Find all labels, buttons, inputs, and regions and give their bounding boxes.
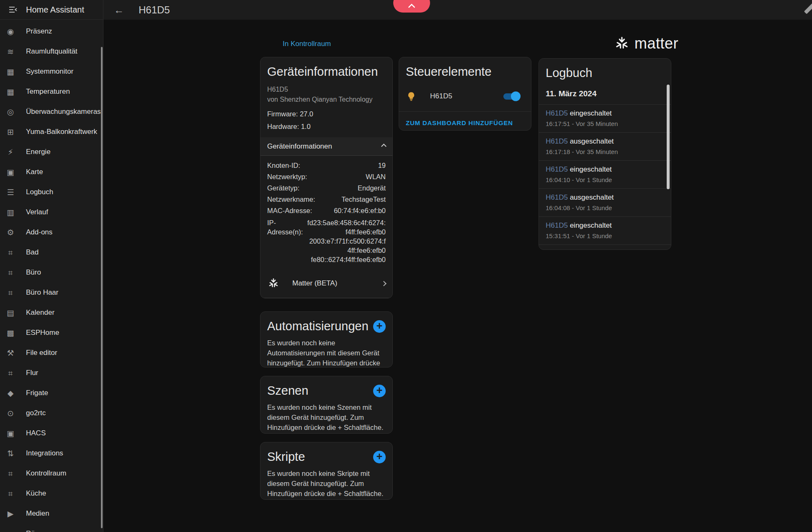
floor-plan-icon: ⌗ [5,368,15,378]
sidebar-item-label: Add-ons [26,228,52,236]
menu-open-icon[interactable] [3,0,23,19]
controls-card-title: Steuerelemente [406,65,524,79]
sidebar-item-label: Logbuch [26,188,53,196]
sidebar-item-label: Kontrollraum [26,469,66,478]
sidebar-item[interactable]: ▤ Kalender [0,303,103,323]
sidebar-item-label: Yuma-Balkonkraftwerk [26,128,97,136]
sidebar-item-label: Verlauf [26,208,48,216]
sidebar-item-label: Überwachungskameras [26,108,101,116]
sidebar-item[interactable]: ⊞ Yuma-Balkonkraftwerk [0,122,103,142]
sidebar-item-label: Büro [26,268,41,277]
add-script-button[interactable]: + [373,451,386,463]
sidebar-item[interactable]: ☰ Logbuch [0,182,103,202]
sidebar-item[interactable]: ◎ Überwachungskameras [0,102,103,122]
device-card-actions: GERÄT TEILEN ⋮ [260,298,392,298]
floor-plan-icon: ⌗ [5,529,15,532]
device-detail-row: MAC-Adresse: 60:74:f4:e6:ef:b0 [267,205,386,216]
sidebar-item[interactable]: ⚒ File editor [0,343,103,363]
sidebar-item-label: Flur [26,369,38,377]
account-group-icon: ◉ [5,27,15,36]
sidebar-item[interactable]: ▦ Temperaturen [0,82,103,102]
sidebar-item-label: Integrations [26,449,63,457]
sidebar-item[interactable]: ⌗ Bad [0,242,103,262]
logbook-entry[interactable]: H61D5 eingeschaltet 16:17:51 - Vor 35 Mi… [539,105,671,132]
tune-icon: ⇅ [5,449,15,458]
format-list-icon: ☰ [5,188,15,197]
logbook-entry[interactable]: H61D5 ausgeschaltet 16:04:08 - Vor 1 Stu… [539,189,671,216]
detail-label: MAC-Adresse: [267,205,312,216]
logbook-scrollbar[interactable] [667,85,670,189]
control-entity-name[interactable]: H61D5 [430,92,503,100]
device-details-panel: Geräteinformationen Knoten-ID: 19 Netzwe… [267,137,386,264]
logbook-action: ausgeschaltet [570,249,614,250]
matter-brand-text: matter [634,35,678,52]
matter-icon [267,277,280,290]
sidebar-item[interactable]: ⇅ Integrations [0,443,103,463]
automations-empty-text: Es wurden noch keine Automatisierungen m… [267,338,386,368]
device-name: H61D5 [267,85,386,95]
sidebar-scrollbar[interactable] [101,47,103,528]
sidebar-item[interactable]: ◉ Präsenz [0,21,103,41]
sidebar-item[interactable]: ⌗ Räume [0,524,103,532]
expander-title: Geräteinformationen [267,142,332,151]
sidebar-item[interactable]: ⌗ Büro [0,262,103,283]
content: In Kontrollraum matter Geräteinformation… [103,20,812,532]
logbook-entry[interactable]: H61D5 ausgeschaltet 16:17:18 - Vor 35 Mi… [539,133,671,160]
cctv-icon: ◆ [5,388,15,398]
page-title: H61D5 [139,4,170,16]
red-pill-badge[interactable] [393,0,430,13]
detail-label: Knoten-ID: [267,160,300,171]
sidebar-item-label: go2rtc [26,409,46,417]
calendar-icon: ▤ [5,308,15,317]
device-detail-row: Netzwerkname: TechstageTest [267,194,386,205]
detail-value: 60:74:f4:e6:ef:b0 [334,205,386,216]
add-to-dashboard-button[interactable]: ZUM DASHBOARD HINZUFÜGEN [406,119,513,126]
sidebar-item[interactable]: ⚙ Add-ons [0,222,103,242]
ip-address-row: IP-Adresse(n): fd23:5ae8:458:6c4f:6274:f… [267,218,386,264]
logbook-entity-link[interactable]: H61D5 [546,221,568,229]
device-subtitle: H61D5 von Shenzhen Qianyan Technology [267,85,386,105]
breadcrumb-area-link[interactable]: In Kontrollraum [283,40,331,48]
sidebar-item[interactable]: ◆ Frigate [0,383,103,403]
sidebar-item[interactable]: ≋ Raumluftqualität [0,41,103,62]
detail-label: Netzwerktyp: [267,171,307,182]
logbook-entity-link[interactable]: H61D5 [546,193,568,201]
back-arrow-icon[interactable]: ← [109,0,129,20]
light-toggle-switch[interactable] [503,93,519,100]
sidebar-item[interactable]: ⚡ Energie [0,142,103,162]
sidebar-item[interactable]: ⊙ go2rtc [0,403,103,423]
sidebar-item[interactable]: ▶ Medien [0,504,103,524]
logbook-entity-link[interactable]: H61D5 [546,165,568,173]
sidebar-item-label: Räume [26,529,49,532]
add-automation-button[interactable]: + [373,320,386,333]
sidebar-item[interactable]: ▣ HACS [0,423,103,443]
logbook-entry[interactable]: H61D5 eingeschaltet 16:04:10 - Vor 1 Stu… [539,161,671,188]
floor-plan-icon: ⌗ [5,248,15,257]
logbook-entry[interactable]: H61D5 ausgeschaltet 13:52:56 - Vor 3 Stu… [539,245,671,250]
view-dashboard-icon: ▦ [5,67,15,76]
sidebar-item[interactable]: ▦ Systemmonitor [0,62,103,82]
logbook-time: 16:17:51 - Vor 35 Minuten [546,120,664,127]
sidebar-item[interactable]: ⌗ Flur [0,363,103,383]
logbook-entity-link[interactable]: H61D5 [546,109,568,117]
sidebar-item[interactable]: ▥ Verlauf [0,202,103,222]
add-scene-button[interactable]: + [373,385,386,397]
logbook-entity-link[interactable]: H61D5 [546,137,568,145]
sidebar-item[interactable]: ⌗ Küche [0,483,103,504]
matter-integration-row[interactable]: Matter (BETA) [267,273,386,293]
sidebar-item[interactable]: ▣ Karte [0,162,103,182]
app-title: Home Assistant [26,5,84,15]
device-details-expander[interactable]: Geräteinformationen [260,137,392,156]
sidebar-item[interactable]: ▩ ESPHome [0,323,103,343]
sidebar-item[interactable]: ⌗ Kontrollraum [0,463,103,483]
sidebar-item-label: Kalender [26,308,54,317]
view-dashboard-icon: ▦ [5,87,15,96]
logbook-entry[interactable]: H61D5 eingeschaltet 15:31:51 - Vor 1 Stu… [539,217,671,244]
logbook-entity-link[interactable]: H61D5 [546,249,568,250]
lightbulb-icon [406,91,417,102]
sidebar-item[interactable]: ⌗ Büro Haar [0,283,103,303]
sidebar-items: ◉ Präsenz ≋ Raumluftqualität ▦ Systemmon… [0,20,103,532]
sidebar-item-label: Systemmonitor [26,67,73,76]
sidebar-item-label: Küche [26,489,46,498]
chevron-up-icon [381,144,387,149]
